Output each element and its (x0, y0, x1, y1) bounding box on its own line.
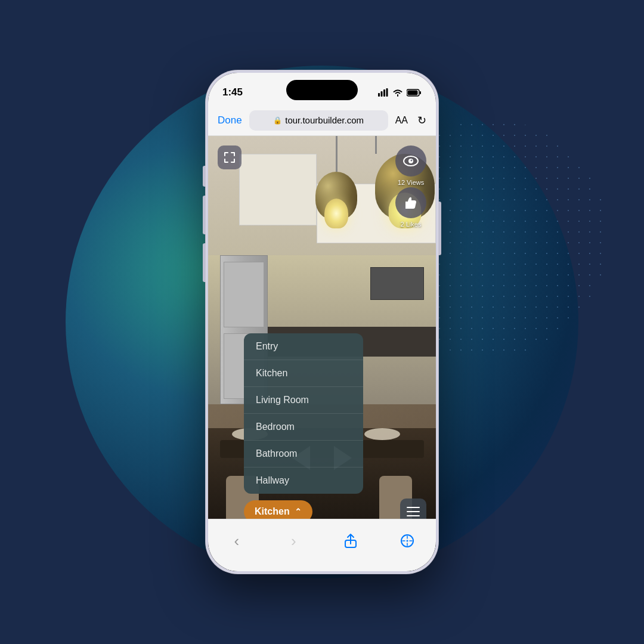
eye-icon (403, 155, 419, 167)
volume-silent-button (203, 166, 206, 187)
dynamic-island (286, 80, 358, 100)
menu-item-bedroom[interactable]: Bedroom (244, 414, 363, 441)
upper-cabinet-2 (239, 154, 317, 225)
likes-button[interactable]: 2 Likes (395, 187, 426, 228)
hamburger-line-2 (407, 511, 420, 512)
menu-item-bathroom[interactable]: Bathroom (244, 441, 363, 467)
browser-bar: Done 🔒 tour.tourbuilder.com AA ↻ (208, 105, 436, 136)
menu-item-entry[interactable]: Entry (244, 333, 363, 360)
battery-icon (407, 89, 422, 97)
svg-rect-0 (378, 93, 380, 97)
svg-rect-3 (386, 88, 388, 97)
bottom-nav: ‹ › (208, 519, 436, 571)
share-icon (344, 533, 357, 549)
hamburger-line-3 (407, 515, 420, 516)
svg-rect-5 (420, 91, 421, 94)
svg-point-12 (407, 540, 408, 542)
views-label: 12 Views (398, 179, 424, 186)
menu-item-hallway[interactable]: Hallway (244, 467, 363, 494)
volume-down-button (203, 243, 206, 282)
likes-label: 2 Likes (401, 221, 422, 228)
current-room-label: Kitchen (255, 506, 290, 517)
room-dropdown-menu: Entry Kitchen Living Room Bedroom Bathro… (244, 333, 363, 494)
compass-icon (400, 534, 414, 548)
microwave (370, 267, 424, 300)
compass-button[interactable] (394, 528, 420, 554)
url-text: tour.tourbuilder.com (285, 115, 364, 125)
svg-rect-2 (383, 89, 385, 97)
likes-circle (395, 187, 426, 218)
chevron-up-icon: ⌃ (295, 507, 302, 516)
status-icons (378, 88, 422, 97)
signal-icon (378, 88, 389, 97)
forward-button[interactable]: › (280, 528, 306, 554)
wifi-icon (392, 88, 403, 97)
volume-up-button (203, 196, 206, 234)
share-button[interactable] (338, 528, 364, 554)
phone-frame: 1:45 (206, 70, 438, 574)
menu-item-kitchen[interactable]: Kitchen (244, 360, 363, 387)
url-bar[interactable]: 🔒 tour.tourbuilder.com (249, 110, 388, 131)
browser-actions: AA ↻ (395, 114, 426, 127)
back-button[interactable]: ‹ (224, 528, 250, 554)
reload-button[interactable]: ↻ (417, 114, 426, 127)
done-button[interactable]: Done (218, 114, 242, 126)
expand-icon (224, 151, 236, 163)
lock-icon: 🔒 (273, 116, 282, 125)
thumbs-up-icon (403, 196, 419, 210)
status-time: 1:45 (222, 86, 243, 98)
kitchen-photo[interactable]: 12 Views 2 Likes Entry Kitchen (208, 136, 436, 571)
views-button[interactable]: 12 Views (395, 145, 426, 186)
menu-item-living-room[interactable]: Living Room (244, 387, 363, 414)
expand-button[interactable] (218, 145, 242, 169)
phone-screen: 1:45 (208, 73, 436, 571)
tour-content: 12 Views 2 Likes Entry Kitchen (208, 136, 436, 571)
hamburger-line-1 (407, 507, 420, 508)
pendant-light-left (315, 136, 357, 219)
power-button (438, 202, 441, 255)
plate-right (364, 428, 400, 440)
views-circle (395, 145, 426, 177)
reader-mode-button[interactable]: AA (395, 115, 408, 126)
svg-rect-1 (381, 91, 383, 97)
svg-point-9 (411, 160, 413, 162)
svg-rect-6 (408, 90, 418, 95)
